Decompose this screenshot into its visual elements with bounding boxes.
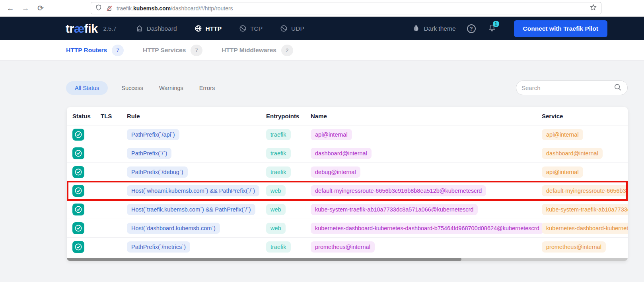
- table-row[interactable]: Host(`traefik.kubemsb.com`) && PathPrefi…: [67, 200, 628, 219]
- swirl-icon: [280, 25, 288, 32]
- nav-item-label: Dashboard: [147, 25, 177, 32]
- entrypoints-pill: traefik: [266, 241, 291, 253]
- column-header-tls: TLS: [101, 113, 127, 119]
- dark-theme-toggle[interactable]: Dark theme: [412, 24, 455, 33]
- name-pill: debug@internal: [311, 166, 360, 178]
- table-row[interactable]: PathPrefix(`/`) traefik dashboard@intern…: [67, 144, 628, 163]
- entrypoints-pill: traefik: [266, 166, 291, 178]
- home-icon: [136, 25, 143, 32]
- connect-traefik-pilot-button[interactable]: Connect with Traefik Pilot: [514, 20, 607, 37]
- horizontal-scrollbar-thumb[interactable]: [67, 258, 461, 261]
- contrast-droplet-icon: [412, 24, 420, 33]
- browser-back-icon[interactable]: ←: [6, 4, 15, 13]
- tab-http-services[interactable]: HTTP Services7: [143, 45, 202, 56]
- filter-success[interactable]: Success: [119, 81, 146, 95]
- search-box[interactable]: [516, 80, 628, 95]
- globe-icon: [195, 25, 202, 32]
- rule-pill: PathPrefix(`/api`): [127, 129, 179, 140]
- service-pill: dashboard@internal: [542, 148, 603, 159]
- bookmark-star-icon[interactable]: [590, 4, 597, 13]
- rule-pill: Host(`whoami.kubemsb.com`) && PathPrefix…: [127, 185, 259, 196]
- entrypoints-pill: web: [266, 204, 286, 215]
- entrypoints-pill: web: [266, 223, 286, 234]
- tab-http-middlewares[interactable]: HTTP Middlewares2: [222, 45, 293, 56]
- service-pill: api@internal: [542, 166, 583, 178]
- tab-count-badge: 7: [112, 45, 124, 56]
- nav-item-udp[interactable]: UDP: [280, 25, 304, 32]
- table-header-row: StatusTLSRuleEntrypointsNameService: [67, 107, 628, 125]
- routers-table-card: StatusTLSRuleEntrypointsNameService Path…: [67, 107, 628, 261]
- name-pill: api@internal: [311, 129, 352, 140]
- rule-pill: PathPrefix(`/`): [127, 148, 171, 159]
- success-status-icon: [72, 185, 84, 197]
- success-status-icon: [72, 222, 84, 234]
- name-pill: prometheus@internal: [311, 241, 375, 253]
- address-bar[interactable]: traefik.kubemsb.com/dashboard/#/http/rou…: [91, 2, 601, 14]
- rule-pill: Host(`traefik.kubemsb.com`) && PathPrefi…: [127, 204, 255, 215]
- success-status-icon: [72, 166, 84, 178]
- version-label: 2.5.7: [103, 25, 116, 32]
- name-pill: default-myingressroute-6656b3c916b8b8ea5…: [311, 185, 486, 196]
- tab-count-badge: 2: [281, 45, 293, 56]
- url-text[interactable]: traefik.kubemsb.com/dashboard/#/http/rou…: [117, 5, 586, 12]
- success-status-icon: [72, 129, 84, 141]
- name-pill: kubernetes-dashboard-kubernetes-dashboar…: [311, 223, 544, 234]
- tab-label: HTTP Middlewares: [222, 47, 276, 54]
- search-icon[interactable]: [613, 83, 622, 93]
- service-pill: kubernetes-dashboard-kubernetes-dashboar…: [542, 223, 628, 234]
- service-pill: api@internal: [542, 129, 583, 140]
- rule-pill: PathPrefix(`/metrics`): [127, 241, 190, 253]
- success-status-icon: [72, 147, 84, 159]
- browser-forward-icon[interactable]: →: [21, 4, 30, 13]
- column-header-name: Name: [311, 113, 542, 119]
- nav-item-http[interactable]: HTTP: [195, 25, 222, 32]
- dark-theme-label: Dark theme: [424, 25, 455, 32]
- service-pill: kube-system-traefik-ab10a7733dc8a571a066…: [542, 204, 628, 215]
- filter-errors[interactable]: Errors: [197, 81, 217, 95]
- nav-item-label: HTTP: [206, 25, 222, 32]
- table-row[interactable]: PathPrefix(`/metrics`) traefik prometheu…: [67, 237, 628, 256]
- help-icon[interactable]: ?: [467, 24, 476, 33]
- nav-item-label: UDP: [291, 25, 304, 32]
- table-row[interactable]: Host(`dashboard.kubemsb.com`) web kubern…: [67, 219, 628, 237]
- tab-http-routers[interactable]: HTTP Routers7: [66, 45, 124, 56]
- column-header-rule: Rule: [127, 113, 266, 119]
- section-tab-bar: HTTP Routers7HTTP Services7HTTP Middlewa…: [0, 40, 644, 61]
- entrypoints-pill: traefik: [266, 129, 291, 140]
- name-pill: dashboard@internal: [311, 148, 372, 159]
- shield-icon[interactable]: [95, 4, 102, 13]
- entrypoints-pill: traefik: [266, 148, 291, 159]
- nav-item-tcp[interactable]: TCP: [239, 25, 263, 32]
- main-nav: DashboardHTTPTCPUDP: [136, 25, 304, 32]
- tab-count-badge: 7: [191, 45, 202, 56]
- column-header-service: Service: [542, 113, 628, 119]
- table-row[interactable]: PathPrefix(`/api`) traefik api@internal …: [67, 125, 628, 144]
- horizontal-scrollbar-track[interactable]: [67, 258, 628, 261]
- table-row[interactable]: PathPrefix(`/debug`) traefik debug@inter…: [67, 163, 628, 181]
- browser-reload-icon[interactable]: ⟳: [36, 4, 45, 13]
- nav-item-dashboard[interactable]: Dashboard: [136, 25, 177, 32]
- search-input[interactable]: [521, 84, 613, 91]
- status-filters: All StatusSuccessWarningsErrors: [66, 81, 217, 95]
- service-pill: prometheus@internal: [542, 241, 606, 253]
- toolbar: All StatusSuccessWarningsErrors: [0, 61, 644, 95]
- filter-warnings[interactable]: Warnings: [157, 81, 186, 95]
- tab-label: HTTP Services: [143, 47, 186, 54]
- rule-pill: PathPrefix(`/debug`): [127, 166, 188, 178]
- notifications-button[interactable]: 1: [488, 24, 496, 34]
- insecure-lock-icon[interactable]: [106, 5, 113, 12]
- rule-pill: Host(`dashboard.kubemsb.com`): [127, 223, 220, 234]
- notification-badge: 1: [493, 21, 499, 27]
- column-header-status: Status: [72, 113, 101, 119]
- service-pill: default-myingressroute-6656b3c916b8b8ea5…: [542, 185, 628, 196]
- app-header: træfik 2.5.7 DashboardHTTPTCPUDP Dark th…: [0, 17, 644, 40]
- name-pill: kube-system-traefik-ab10a7733dc8a571a066…: [311, 204, 478, 215]
- filter-all-status[interactable]: All Status: [66, 81, 108, 95]
- tab-label: HTTP Routers: [66, 47, 107, 54]
- traefik-logo: træfik: [66, 22, 97, 35]
- bell-icon: [488, 27, 496, 33]
- table-row-highlighted[interactable]: Host(`whoami.kubemsb.com`) && PathPrefix…: [67, 181, 628, 200]
- success-status-icon: [72, 241, 84, 253]
- browser-toolbar: ← → ⟳ traefik.kubemsb.com/dashboard/#/ht…: [0, 0, 644, 17]
- entrypoints-pill: web: [266, 185, 286, 196]
